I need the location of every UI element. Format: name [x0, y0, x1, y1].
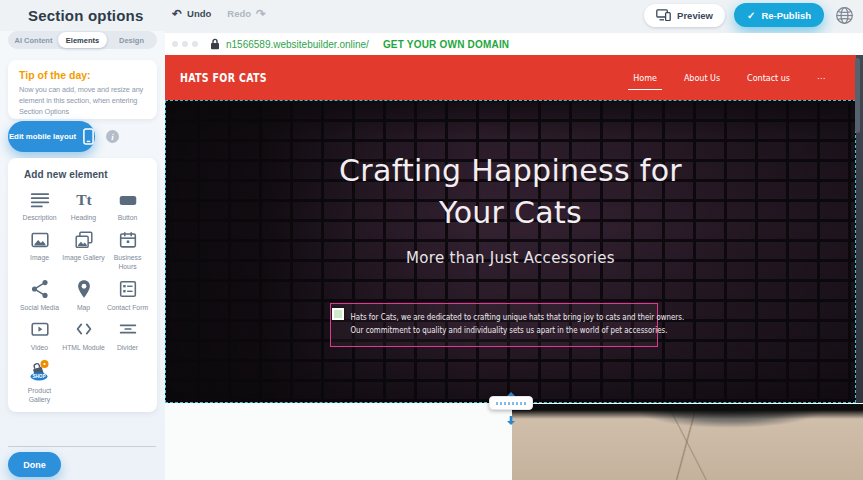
element-item-label: Product Gallery: [18, 386, 61, 404]
element-item-label: Social Media: [18, 303, 61, 312]
nav-label: About Us: [684, 74, 720, 83]
element-item-button[interactable]: Button: [106, 188, 149, 222]
shop-bag-icon: SHOP: [18, 358, 61, 384]
svg-text:Tt: Tt: [76, 191, 92, 208]
calendar-icon: [106, 228, 149, 251]
republish-button[interactable]: ✓ Re-Publish: [734, 3, 824, 27]
selection-handle[interactable]: [332, 308, 344, 320]
element-item-label: Image: [18, 253, 61, 262]
element-item-heading[interactable]: Tt Heading: [62, 188, 105, 222]
browser-dot: [172, 41, 178, 47]
tab-ai-content[interactable]: AI Content: [9, 32, 58, 48]
info-icon[interactable]: i: [106, 130, 119, 143]
element-item-html-module[interactable]: HTML Module: [62, 318, 105, 352]
hero-section[interactable]: Crafting Happiness for Your Cats More th…: [165, 100, 856, 403]
element-item-video[interactable]: Video: [18, 318, 61, 352]
app-root: Section options ↶ Undo Redo ↷ Preview ✓ …: [0, 0, 863, 480]
browser-dot: [192, 41, 198, 47]
tip-title: Tip of the day:: [19, 69, 146, 81]
element-item-label: Business Hours: [106, 253, 149, 271]
sidebar: AI Content Elements Design Tip of the da…: [0, 31, 165, 480]
hero-text-box[interactable]: Hats for Cats, we are dedicated to craft…: [330, 303, 658, 347]
hero-body-line1: Hats for Cats, we are dedicated to craft…: [351, 311, 638, 324]
site-logo[interactable]: HATS FOR CATS: [180, 55, 267, 100]
more-label: ⋯: [817, 74, 825, 83]
nav-home[interactable]: Home: [628, 66, 662, 90]
redo-label: Redo: [227, 8, 251, 19]
element-item-image-gallery[interactable]: Image Gallery: [62, 228, 105, 271]
tip-body: Now you can add, move and resize any ele…: [19, 85, 146, 118]
site-header: HATS FOR CATS Home About Us Contact us ⋯: [165, 55, 856, 100]
site-nav: Home About Us Contact us ⋯: [628, 55, 830, 100]
resize-down-arrow-icon: [506, 411, 516, 429]
lock-icon: [210, 38, 220, 50]
scrollbar-thumb[interactable]: [855, 58, 860, 133]
element-grid: Description Tt Heading Button: [8, 182, 157, 404]
edit-mobile-row: Edit mobile layout i: [8, 121, 119, 152]
heading-icon: Tt: [62, 188, 105, 211]
edit-mobile-layout-button[interactable]: Edit mobile layout: [8, 121, 95, 152]
image-icon: [18, 228, 61, 251]
redo-button[interactable]: Redo ↷: [227, 8, 266, 19]
code-icon: [62, 318, 105, 341]
phone-icon: [83, 128, 94, 145]
add-element-title: Add new element: [8, 158, 157, 182]
section-resize-handle[interactable]: [489, 396, 533, 410]
element-item-description[interactable]: Description: [18, 188, 61, 222]
topbar-actions: Preview ✓ Re-Publish: [644, 3, 855, 27]
undo-label: Undo: [187, 8, 211, 19]
tab-design[interactable]: Design: [107, 32, 156, 48]
element-item-label: Heading: [62, 213, 105, 222]
sidebar-tabs: AI Content Elements Design: [8, 31, 157, 49]
redo-icon: ↷: [256, 9, 266, 19]
element-item-label: Contact Form: [106, 303, 149, 312]
preview-button[interactable]: Preview: [644, 4, 725, 27]
image-gallery-icon: [62, 228, 105, 251]
element-item-product-gallery[interactable]: SHOP Product Gallery: [18, 358, 61, 404]
edit-mobile-label: Edit mobile layout: [9, 132, 76, 141]
element-item-map[interactable]: Map: [62, 278, 105, 312]
element-item-business-hours[interactable]: Business Hours: [106, 228, 149, 271]
element-item-label: Button: [106, 213, 149, 222]
site-url[interactable]: n1566589.websitebuilder.online/: [226, 39, 369, 50]
browser-dot: [182, 41, 188, 47]
browser-bar: n1566589.websitebuilder.online/ GET YOUR…: [165, 33, 863, 55]
element-item-social-media[interactable]: Social Media: [18, 278, 61, 312]
nav-contact-us[interactable]: Contact us: [742, 66, 795, 89]
cat-photo: [512, 404, 863, 480]
undo-icon: ↶: [172, 9, 182, 19]
undo-button[interactable]: ↶ Undo: [172, 8, 211, 19]
done-button[interactable]: Done: [8, 452, 61, 477]
video-icon: [18, 318, 61, 341]
element-item-image[interactable]: Image: [18, 228, 61, 271]
contact-form-icon: [106, 278, 149, 301]
language-globe-icon[interactable]: [833, 4, 855, 26]
tab-elements[interactable]: Elements: [58, 32, 107, 48]
nav-label: Home: [633, 74, 657, 83]
republish-label: Re-Publish: [761, 10, 811, 21]
divider-icon: [106, 318, 149, 341]
element-item-label: Description: [18, 213, 61, 222]
nav-label: Contact us: [747, 74, 790, 83]
shop-badge: SHOP: [32, 374, 45, 379]
hero-subheading[interactable]: More than Just Accessories: [166, 249, 855, 267]
hero-heading-line2[interactable]: Your Cats: [166, 195, 855, 230]
preview-label: Preview: [677, 10, 713, 21]
map-pin-icon: [62, 278, 105, 301]
element-item-divider[interactable]: Divider: [106, 318, 149, 352]
share-icon: [18, 278, 61, 301]
element-item-contact-form[interactable]: Contact Form: [106, 278, 149, 312]
element-item-label: Image Gallery: [62, 253, 105, 262]
resize-grip-dots: [496, 402, 526, 405]
element-item-label: Map: [62, 303, 105, 312]
element-item-label: Video: [18, 343, 61, 352]
check-icon: ✓: [747, 10, 755, 21]
element-item-label: Divider: [106, 343, 149, 352]
site-preview: n1566589.websitebuilder.online/ GET YOUR…: [165, 33, 863, 480]
hero-heading-line1[interactable]: Crafting Happiness for: [166, 153, 855, 188]
nav-more-icon[interactable]: ⋯: [812, 66, 830, 89]
nav-about-us[interactable]: About Us: [679, 66, 725, 89]
get-domain-link[interactable]: GET YOUR OWN DOMAIN: [383, 39, 509, 50]
history-controls: ↶ Undo Redo ↷: [172, 8, 266, 19]
add-element-panel: Add new element Description Tt Heading: [8, 158, 157, 412]
